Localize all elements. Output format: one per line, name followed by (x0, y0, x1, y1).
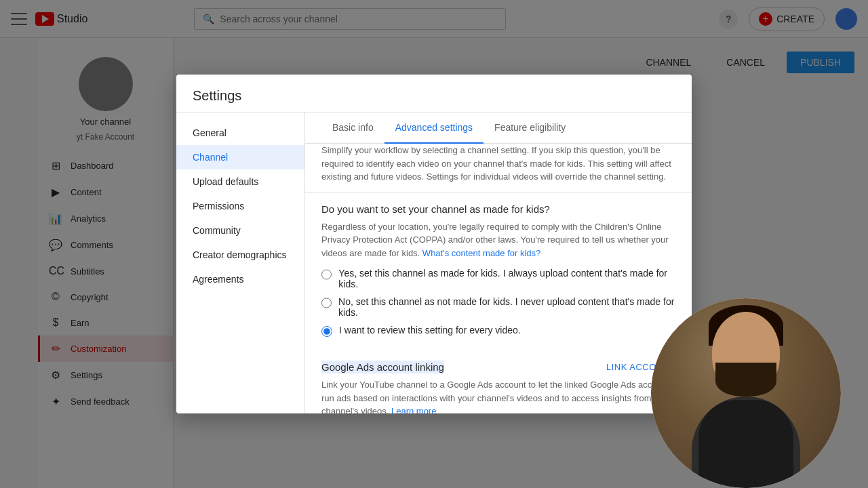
kids-section: Do you want to set your channel as made … (321, 203, 675, 338)
radio-no-kids: No, set this channel as not made for kid… (321, 296, 675, 318)
ads-title: Google Ads account linking (321, 361, 444, 373)
ads-title-highlighted: Google Ads account linking (321, 361, 444, 373)
radio-review-each-label: I want to review this setting for every … (339, 325, 521, 336)
modal-nav-agreements[interactable]: Agreements (176, 267, 304, 291)
modal-nav-creator-demographics[interactable]: Creator demographics (176, 243, 304, 267)
kids-question: Do you want to set your channel as made … (321, 203, 675, 215)
tab-advanced-settings[interactable]: Advanced settings (384, 113, 484, 144)
modal-nav-community[interactable]: Community (176, 218, 304, 243)
whats-made-for-kids-link[interactable]: What's content made for kids? (422, 248, 540, 258)
person-beard (715, 363, 776, 396)
ads-description: Link your YouTube channel to a Google Ad… (321, 378, 675, 413)
radio-review-each: I want to review this setting for every … (321, 325, 675, 337)
modal-nav-permissions[interactable]: Permissions (176, 194, 304, 218)
modal-body: General Channel Upload defaults Permissi… (176, 113, 692, 413)
radio-no-kids-label: No, set this channel as not made for kid… (338, 296, 675, 318)
tab-feature-eligibility[interactable]: Feature eligibility (484, 113, 576, 144)
radio-review-each-input[interactable] (321, 326, 332, 337)
modal-title: Settings (193, 88, 675, 104)
top-description: Simplify your workflow by selecting a ch… (305, 144, 692, 192)
presenter-circle (651, 298, 841, 488)
radio-no-kids-input[interactable] (321, 298, 332, 308)
modal-scroll-content: Do you want to set your channel as made … (305, 192, 692, 414)
modal-content-area: Basic info Advanced settings Feature eli… (305, 113, 692, 413)
learn-more-link[interactable]: Learn more (391, 406, 436, 413)
person-shirt (698, 400, 793, 488)
settings-modal: Settings General Channel Upload defaults… (176, 75, 692, 413)
modal-header: Settings (176, 75, 692, 113)
top-description-text: Simplify your workflow by selecting a ch… (321, 145, 671, 182)
coppa-text: Regardless of your location, you're lega… (321, 220, 675, 260)
radio-yes-kids-label: Yes, set this channel as made for kids. … (338, 268, 675, 289)
radio-yes-kids: Yes, set this channel as made for kids. … (321, 268, 675, 289)
ads-section: Google Ads account linking LINK ACCOUNT … (321, 350, 675, 413)
radio-yes-kids-input[interactable] (321, 269, 332, 280)
studio-background: Studio 🔍 ? CREATE Your channel yt Fake A… (0, 0, 868, 488)
presenter-image (651, 298, 841, 488)
modal-nav-channel[interactable]: Channel (176, 145, 304, 169)
ads-header: Google Ads account linking LINK ACCOUNT (321, 361, 675, 373)
modal-tabs: Basic info Advanced settings Feature eli… (305, 113, 692, 144)
tab-basic-info[interactable]: Basic info (321, 113, 384, 144)
modal-nav-general[interactable]: General (176, 121, 304, 145)
modal-sidebar: General Channel Upload defaults Permissi… (176, 113, 305, 413)
modal-nav-upload-defaults[interactable]: Upload defaults (176, 169, 304, 194)
